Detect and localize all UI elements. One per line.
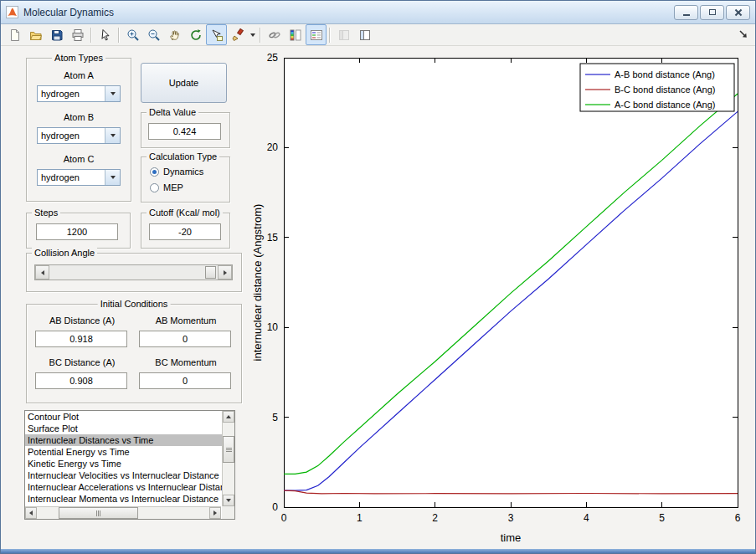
colorbar-icon: [289, 28, 302, 42]
edit-plot-button[interactable]: [95, 24, 116, 45]
brush-data-button[interactable]: [227, 24, 248, 45]
dropdown-arrow-button[interactable]: [105, 170, 120, 185]
update-button[interactable]: Update: [141, 63, 227, 103]
toolbar-separator: [118, 28, 120, 43]
cutoff-field[interactable]: -20: [149, 223, 221, 240]
insert-legend-button[interactable]: [306, 24, 327, 45]
radio-mep-label: MEP: [163, 182, 183, 192]
svg-text:20: 20: [267, 141, 279, 153]
atom-a-dropdown[interactable]: hydrogen: [37, 85, 121, 102]
vertical-scrollbar[interactable]: [222, 411, 234, 506]
brush-dropdown-button[interactable]: [248, 25, 257, 44]
ab-momentum-field[interactable]: 0: [139, 331, 231, 347]
delta-value-panel: Delta Value 0.424: [141, 112, 230, 148]
svg-text:3: 3: [508, 512, 514, 524]
bc-distance-label: BC Distance (A): [33, 357, 131, 367]
dropdown-arrow-button[interactable]: [105, 86, 120, 101]
list-item[interactable]: Internuclear Velocities vs Internuclear …: [25, 469, 222, 481]
horizontal-scroll-thumb[interactable]: [59, 507, 138, 519]
panel-title: Initial Conditions: [98, 299, 171, 309]
data-cursor-icon: [210, 28, 224, 42]
new-file-button[interactable]: [4, 24, 25, 45]
print-figure-button[interactable]: [67, 24, 88, 45]
zoom-out-button[interactable]: [143, 24, 164, 45]
horizontal-scrollbar[interactable]: [25, 506, 221, 519]
chevron-down-icon: [250, 33, 255, 37]
hide-plot-tools-button[interactable]: [333, 24, 354, 45]
arrow-right-icon: [224, 270, 227, 275]
ab-distance-field[interactable]: 0.918: [35, 331, 127, 347]
minimize-icon: [683, 14, 690, 16]
list-item[interactable]: Contour Plot: [25, 411, 222, 423]
list-item[interactable]: Internuclear Accelerations vs Internucle…: [25, 481, 222, 493]
delta-value-field[interactable]: 0.424: [148, 123, 221, 140]
scroll-down-button[interactable]: [223, 495, 234, 506]
svg-text:0: 0: [281, 512, 287, 524]
steps-value-text: 1200: [67, 227, 87, 237]
ab-momentum-label: AB Momentum: [137, 315, 234, 326]
collision-angle-slider[interactable]: [34, 264, 233, 280]
minimize-button[interactable]: [674, 5, 698, 20]
maximize-button[interactable]: [700, 5, 724, 20]
list-item[interactable]: Potential Energy vs Time: [25, 446, 222, 458]
slider-right-arrow[interactable]: [218, 265, 232, 280]
toolbar-separator: [260, 28, 261, 43]
atom-b-label: Atom B: [27, 112, 131, 122]
scroll-up-button[interactable]: [223, 411, 234, 423]
list-item[interactable]: Internuclear Momenta vs Internuclear Dis…: [25, 493, 222, 505]
dropdown-arrow-button[interactable]: [105, 128, 120, 143]
chevron-down-icon: [111, 134, 116, 137]
list-item[interactable]: Kinetic Energy vs Time: [25, 458, 222, 469]
bc-distance-field[interactable]: 0.908: [35, 372, 127, 389]
save-icon: [50, 28, 64, 42]
cutoff-value-text: -20: [178, 227, 192, 237]
pan-button[interactable]: [164, 24, 185, 45]
dock-figure-icon[interactable]: [738, 29, 748, 41]
zoom-in-button[interactable]: [122, 24, 143, 45]
radio-mep[interactable]: MEP: [150, 182, 183, 192]
svg-text:2: 2: [432, 512, 438, 524]
open-file-button[interactable]: [25, 24, 46, 45]
cutoff-panel: Cutoff (Kcal/ mol) -20: [141, 213, 230, 249]
radio-dynamics[interactable]: Dynamics: [150, 167, 203, 177]
scroll-right-button[interactable]: [209, 507, 221, 519]
bc-momentum-field[interactable]: 0: [139, 372, 231, 389]
list-item[interactable]: Internuclear Distances vs Time: [25, 434, 222, 446]
svg-text:4: 4: [584, 512, 589, 524]
line-chart: 01234560510152025timeinternuclear distan…: [250, 46, 756, 554]
rotate-3d-button[interactable]: [185, 24, 206, 45]
window-bottom-border: [1, 549, 755, 553]
hide-plot-tools-icon: [337, 28, 351, 42]
insert-colorbar-button[interactable]: [285, 24, 306, 45]
svg-text:10: 10: [267, 321, 279, 333]
slider-trough[interactable]: [49, 265, 218, 280]
atom-c-value: hydrogen: [38, 172, 105, 182]
atom-b-dropdown[interactable]: hydrogen: [37, 127, 121, 144]
vertical-scroll-thumb[interactable]: [223, 436, 234, 463]
list-item[interactable]: Surface Plot: [25, 423, 222, 434]
slider-thumb[interactable]: [205, 266, 216, 279]
plot-type-listbox[interactable]: Contour Plot Surface Plot Internuclear D…: [24, 410, 235, 520]
atom-c-dropdown[interactable]: hydrogen: [37, 169, 121, 186]
link-plot-button[interactable]: [264, 24, 285, 45]
open-folder-icon: [29, 28, 43, 42]
svg-text:internuclear distance (Angstro: internuclear distance (Angstrom): [251, 204, 264, 362]
scroll-left-button[interactable]: [25, 507, 37, 519]
steps-field[interactable]: 1200: [36, 223, 118, 240]
show-plot-tools-button[interactable]: [354, 24, 375, 45]
legend-icon: [310, 28, 323, 42]
svg-text:5: 5: [272, 412, 278, 423]
arrow-left-icon: [41, 270, 44, 275]
app-window: Molecular Dynamics: [0, 0, 756, 554]
atom-c-label: Atom C: [27, 154, 131, 164]
svg-text:time: time: [501, 531, 522, 544]
plot-axes[interactable]: 01234560510152025timeinternuclear distan…: [250, 46, 756, 554]
atom-b-value: hydrogen: [38, 131, 105, 141]
pointer-icon: [99, 28, 112, 42]
slider-left-arrow[interactable]: [35, 265, 49, 280]
save-figure-button[interactable]: [46, 24, 67, 45]
close-button[interactable]: [726, 5, 750, 20]
data-cursor-button[interactable]: [206, 24, 227, 45]
arrow-right-icon: [213, 510, 217, 516]
listbox-items: Contour Plot Surface Plot Internuclear D…: [25, 411, 222, 506]
